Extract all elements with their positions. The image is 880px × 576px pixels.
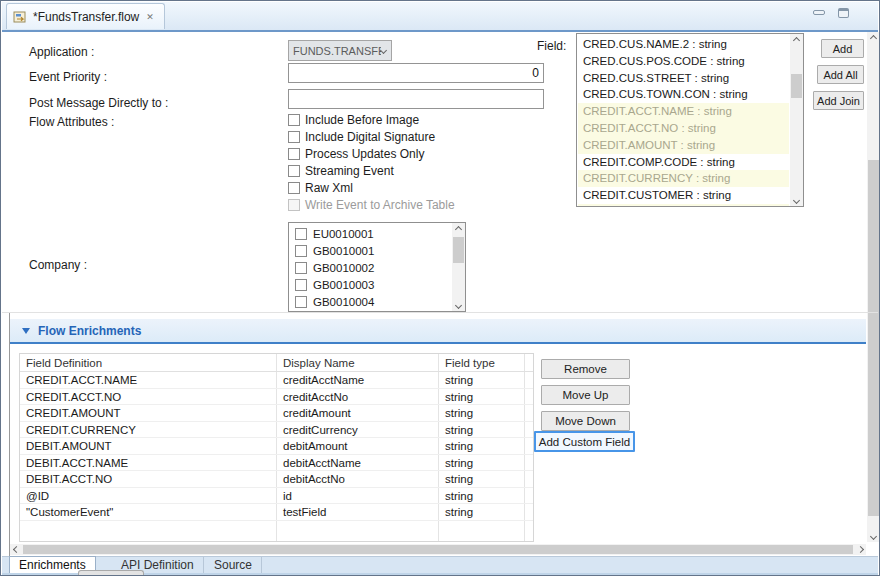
cell-field-definition: DEBIT.AMOUNT [26,438,112,455]
cell-field-definition: @ID [26,488,49,505]
scrollbar-thumb[interactable] [791,74,802,98]
tab-bar-underline [2,30,878,32]
cell-field-type: string [445,504,473,521]
checkbox-streaming-event[interactable]: Streaming Event [288,163,394,179]
scroll-up-icon[interactable] [867,32,880,44]
enrichments-table[interactable]: Field Definition Display Name Field type… [19,353,534,542]
checkbox-include-before-image[interactable]: Include Before Image [288,112,419,128]
company-listbox[interactable]: EU0010001 GB0010001 GB0010002 GB0010003 … [288,222,466,312]
company-item[interactable]: GB0010001 [289,242,451,259]
company-item[interactable]: EU0010001 [289,225,451,242]
scrollbar-thumb[interactable] [23,545,853,554]
company-item[interactable]: GB0010003 [289,276,451,293]
field-list-item[interactable]: CREDIT.COMP.CODE : string [578,154,789,171]
section-underline [10,342,866,344]
scroll-left-icon[interactable] [10,544,22,555]
company-item[interactable]: GB0010005 [289,310,451,311]
checkbox-label: Raw Xml [305,181,353,195]
table-row[interactable]: DEBIT.ACCT.NAME debitAcctName string [20,455,533,472]
horizontal-scrollbar[interactable] [10,544,866,555]
cell-field-type: string [445,471,473,488]
maximize-button[interactable] [838,8,849,18]
add-custom-field-button[interactable]: Add Custom Field [534,431,635,452]
field-list-item[interactable]: CREDIT.CUSTOMER : string [578,187,789,204]
table-row[interactable]: CREDIT.ACCT.NAME creditAcctName string [20,372,533,389]
cell-field-definition: "CustomerEvent" [26,504,113,521]
field-list-item[interactable]: CRED.CUS.STREET : string [578,70,789,87]
remove-button[interactable]: Remove [541,359,630,379]
collapse-triangle-icon[interactable] [22,328,30,334]
checkbox-raw-xml[interactable]: Raw Xml [288,180,353,196]
checkbox-icon[interactable] [288,148,300,160]
checkbox-process-updates-only[interactable]: Process Updates Only [288,146,424,162]
company-scrollbar[interactable] [452,223,465,311]
add-button[interactable]: Add [821,39,864,58]
field-list-item[interactable]: CREDIT.ACCT.NAME : string [578,103,789,120]
checkbox-icon[interactable] [295,262,307,274]
cell-display-name: creditAcctNo [283,389,348,406]
checkbox-icon[interactable] [295,245,307,257]
checkbox-icon[interactable] [295,296,307,308]
cell-display-name: debitAmount [283,438,348,455]
table-row[interactable]: DEBIT.ACCT.NO debitAcctNo string [20,471,533,488]
flow-enrichments-header[interactable]: Flow Enrichments [10,319,866,342]
scroll-up-icon[interactable] [452,223,465,235]
scroll-down-icon[interactable] [867,530,880,542]
table-row[interactable]: "CustomerEvent" testField string [20,504,533,521]
field-list-item[interactable]: CRED.CUS.NAME.2 : string [578,36,789,53]
scrollbar-thumb[interactable] [868,160,879,516]
checkbox-icon[interactable] [288,131,300,143]
add-all-button[interactable]: Add All [817,65,864,84]
move-up-button[interactable]: Move Up [541,385,630,405]
field-list-item[interactable]: CREDIT.AMOUNT : string [578,137,789,154]
company-list: EU0010001 GB0010001 GB0010002 GB0010003 … [289,225,451,311]
cell-display-name: creditAcctName [283,372,364,389]
scroll-down-icon[interactable] [452,299,465,311]
field-list-item[interactable]: CREDIT.CURRENCY : string [578,170,789,187]
field-list-item[interactable]: CRED.CUS.POS.CODE : string [578,53,789,70]
flow-file-icon [13,10,28,24]
event-priority-input[interactable] [288,63,544,83]
checkbox-include-digital-signature[interactable]: Include Digital Signature [288,129,435,145]
add-join-button[interactable]: Add Join [813,91,864,110]
column-header-display-name[interactable]: Display Name [283,354,355,372]
application-value: FUNDS.TRANSFER [289,45,381,57]
scroll-down-icon[interactable] [790,194,803,206]
field-list-item[interactable]: CREDIT.THEIR.REF : string [578,204,789,206]
table-row[interactable]: CREDIT.ACCT.NO creditAcctNo string [20,389,533,406]
column-header-field-type[interactable]: Field type [445,354,495,372]
editor-tab-fundstransfer[interactable]: *FundsTransfer.flow ✕ [6,3,165,29]
table-row[interactable]: CREDIT.CURRENCY creditCurrency string [20,422,533,439]
cell-display-name: creditCurrency [283,422,358,439]
application-dropdown[interactable]: FUNDS.TRANSFER [288,40,392,61]
field-scrollbar[interactable] [790,34,803,206]
table-row[interactable]: CREDIT.AMOUNT creditAmount string [20,405,533,422]
checkbox-icon[interactable] [288,182,300,194]
application-label: Application : [29,45,94,59]
column-header-field-definition[interactable]: Field Definition [26,354,102,372]
checkbox-label: Write Event to Archive Table [305,198,455,212]
table-row[interactable]: @ID id string [20,488,533,505]
checkbox-icon[interactable] [288,114,300,126]
post-message-input[interactable] [288,89,544,109]
checkbox-icon[interactable] [295,228,307,240]
scrollbar-thumb[interactable] [453,237,464,263]
field-list-item[interactable]: CRED.CUS.TOWN.CON : string [578,86,789,103]
checkbox-icon[interactable] [295,279,307,291]
cell-field-definition: CREDIT.ACCT.NO [26,389,121,406]
field-list-item[interactable]: CREDIT.ACCT.NO : string [578,120,789,137]
scroll-up-icon[interactable] [790,34,803,46]
table-row[interactable]: DEBIT.AMOUNT debitAmount string [20,438,533,455]
checkbox-label: Include Digital Signature [305,130,435,144]
company-item[interactable]: GB0010002 [289,259,451,276]
close-icon[interactable]: ✕ [144,11,156,23]
minimize-button[interactable] [813,10,825,15]
scroll-right-icon[interactable] [854,544,866,555]
cell-field-type: string [445,389,473,406]
move-down-button[interactable]: Move Down [541,411,630,431]
cell-field-type: string [445,405,473,422]
field-listbox[interactable]: CRED.CUS.NAME.2 : string CRED.CUS.POS.CO… [576,33,804,207]
company-item[interactable]: GB0010004 [289,293,451,310]
editor-vertical-scrollbar[interactable] [867,32,880,542]
checkbox-icon[interactable] [288,165,300,177]
